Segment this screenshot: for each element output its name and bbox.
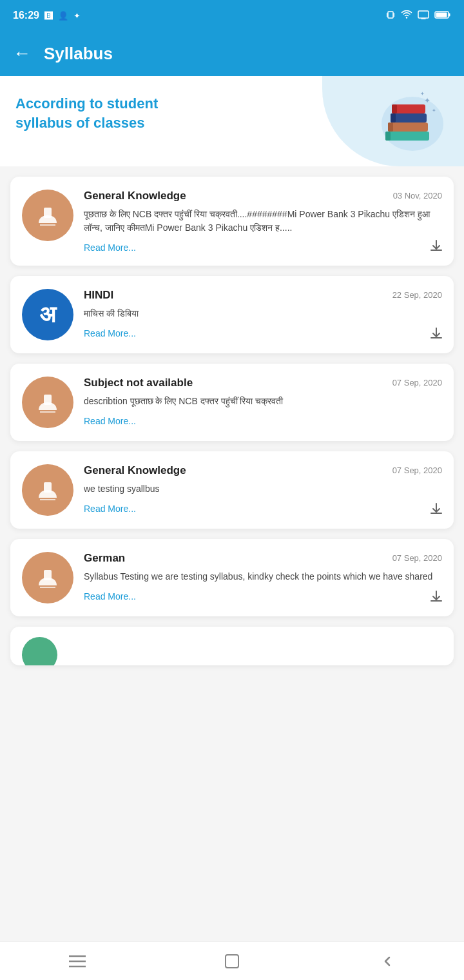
card-header-german: German 07 Sep, 2020: [84, 552, 442, 565]
svg-rect-11: [385, 132, 391, 141]
card-header-sna: Subject not available 07 Sep, 2020: [84, 377, 442, 389]
vibrate-icon: [385, 10, 396, 22]
notif-icon: 🅱: [44, 11, 53, 21]
svg-rect-0: [388, 12, 393, 18]
card-body-gk2: General Knowledge 07 Sep, 2020 we testin…: [84, 464, 442, 516]
card-hindi: अ HINDI 22 Sep, 2020 माचिस की डिबिया Rea…: [10, 276, 454, 353]
bt-icon: ✦: [73, 11, 81, 21]
svg-rect-4: [418, 11, 429, 18]
card-desc-hindi: माचिस की डिबिया: [84, 307, 442, 320]
svg-rect-17: [392, 104, 397, 113]
download-button-gk2[interactable]: [429, 502, 443, 518]
partial-card: [10, 627, 454, 665]
card-date-hindi: 22 Sep, 2020: [392, 289, 442, 300]
svg-rect-21: [44, 208, 52, 218]
page-header: ← Syllabus: [0, 31, 464, 76]
card-desc-gk1: पूछताछ के लिए NCB दफ्तर पहुंचीं रिया चक्…: [84, 208, 442, 235]
card-title-german: German: [84, 552, 125, 565]
hindi-letter: अ: [39, 301, 56, 328]
card-body-sna: Subject not available 07 Sep, 2020 descr…: [84, 377, 442, 428]
svg-rect-10: [385, 132, 429, 141]
card-date-german: 07 Sep, 2020: [392, 552, 442, 563]
svg-rect-13: [388, 122, 393, 132]
card-header-gk1: General Knowledge 03 Nov, 2020: [84, 190, 442, 202]
card-subject-na: Subject not available 07 Sep, 2020 descr…: [10, 364, 454, 441]
svg-rect-23: [44, 482, 52, 493]
card-body-gk1: General Knowledge 03 Nov, 2020 पूछताछ के…: [84, 190, 442, 253]
svg-rect-12: [388, 122, 428, 132]
card-desc-sna: describtion पूछताछ के लिए NCB दफ्तर पहुं…: [84, 395, 442, 408]
svg-rect-24: [44, 570, 52, 580]
card-header-gk2: General Knowledge 07 Sep, 2020: [84, 464, 442, 477]
card-icon-gk2: [22, 464, 73, 516]
cards-list: General Knowledge 03 Nov, 2020 पूछताछ के…: [0, 166, 464, 731]
svg-rect-22: [44, 395, 52, 405]
card-body-hindi: HINDI 22 Sep, 2020 माचिस की डिबिया Read …: [84, 289, 442, 340]
card-desc-gk2: we testing syallbus: [84, 482, 442, 496]
card-desc-german: Syllabus Testing we are testing syllabus…: [84, 570, 442, 583]
svg-rect-7: [436, 12, 447, 17]
svg-rect-1: [387, 13, 388, 17]
card-german: German 07 Sep, 2020 Syllabus Testing we …: [10, 539, 454, 616]
svg-rect-14: [391, 113, 427, 122]
wifi-icon: [401, 10, 412, 21]
card-title-hindi: HINDI: [84, 289, 113, 302]
read-more-gk1[interactable]: Read More...: [84, 242, 442, 253]
status-right: [385, 10, 451, 22]
hero-section: According to student syllabus of classes…: [0, 76, 464, 166]
svg-text:✦: ✦: [424, 96, 430, 105]
card-title-gk1: General Knowledge: [84, 190, 186, 202]
card-body-german: German 07 Sep, 2020 Syllabus Testing we …: [84, 552, 442, 603]
download-button-gk1[interactable]: [429, 239, 443, 255]
svg-text:✦: ✦: [420, 91, 425, 97]
download-button-hindi[interactable]: [429, 326, 443, 343]
svg-rect-8: [449, 13, 450, 16]
status-left: 16:29 🅱 👤 ✦: [13, 10, 81, 21]
svg-rect-15: [391, 113, 396, 122]
partial-card-icon: [22, 637, 57, 665]
page-title: Syllabus: [44, 44, 113, 64]
card-icon-hindi: अ: [22, 289, 73, 340]
home-button[interactable]: [216, 948, 248, 974]
status-bar: 16:29 🅱 👤 ✦: [0, 0, 464, 31]
card-date-gk1: 03 Nov, 2020: [393, 190, 442, 201]
card-icon-german: [22, 552, 73, 603]
battery-icon: [434, 10, 451, 21]
person-icon: 👤: [58, 11, 68, 21]
svg-text:✦: ✦: [432, 108, 436, 113]
read-more-hindi[interactable]: Read More...: [84, 328, 442, 338]
bottom-navigation: [0, 941, 464, 980]
svg-rect-28: [226, 955, 238, 968]
screen-icon: [418, 10, 429, 21]
svg-point-3: [406, 17, 407, 18]
card-date-sna: 07 Sep, 2020: [392, 377, 442, 387]
read-more-gk2[interactable]: Read More...: [84, 504, 442, 514]
download-button-german[interactable]: [429, 589, 443, 606]
card-icon-sna: [22, 377, 73, 428]
read-more-german[interactable]: Read More...: [84, 591, 442, 602]
back-nav-button[interactable]: [371, 948, 403, 974]
card-general-knowledge-1: General Knowledge 03 Nov, 2020 पूछताछ के…: [10, 177, 454, 266]
card-icon-gk1: [22, 190, 73, 241]
books-illustration: ✦ ✦ ✦: [374, 85, 445, 156]
card-title-gk2: General Knowledge: [84, 464, 186, 477]
card-general-knowledge-2: General Knowledge 07 Sep, 2020 we testin…: [10, 451, 454, 529]
svg-rect-2: [394, 13, 395, 17]
status-time: 16:29: [13, 10, 39, 21]
menu-button[interactable]: [61, 948, 93, 974]
card-title-sna: Subject not available: [84, 377, 193, 389]
hero-text: According to student syllabus of classes: [15, 94, 222, 132]
read-more-sna[interactable]: Read More...: [84, 416, 442, 426]
card-date-gk2: 07 Sep, 2020: [392, 464, 442, 475]
card-header-hindi: HINDI 22 Sep, 2020: [84, 289, 442, 302]
back-button[interactable]: ←: [13, 43, 31, 64]
